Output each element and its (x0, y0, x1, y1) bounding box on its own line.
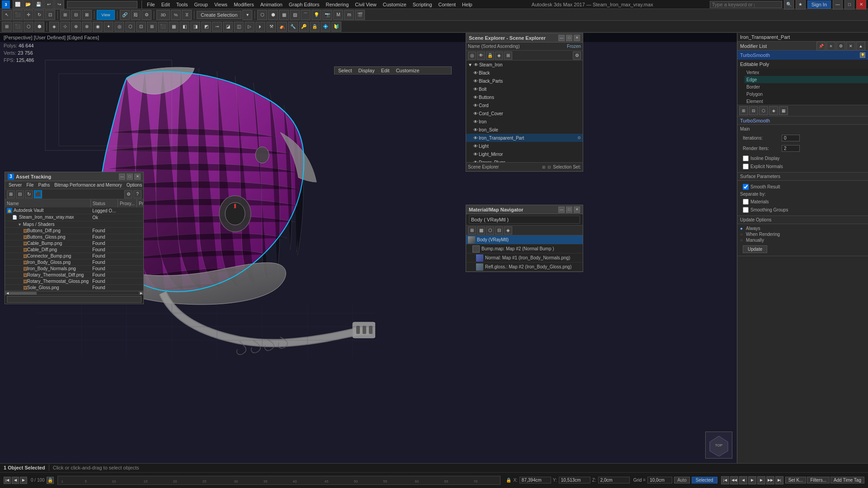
mod-del[interactable]: ✕ (846, 42, 855, 51)
anim-ctrl3[interactable]: ▶ (20, 477, 27, 484)
ts-iterations-input[interactable] (782, 135, 800, 141)
asset-menu-options[interactable]: Options (125, 182, 144, 188)
tb-link[interactable]: 🔗 (120, 10, 130, 20)
timeline-track[interactable]: 1 5 10 15 20 25 30 35 40 45 50 55 60 65 … (57, 476, 501, 485)
tb-camera[interactable]: 📷 (322, 10, 332, 20)
ts-explicit-cb[interactable] (743, 164, 749, 169)
tb-mirror[interactable]: ⧖ (182, 10, 192, 20)
st-31[interactable]: 🔰 (331, 22, 341, 32)
menu-views[interactable]: Views (212, 1, 230, 8)
tb-ribbon[interactable]: ▨ (290, 10, 300, 20)
tb-align[interactable]: ⬡ (257, 10, 267, 20)
tb-select2[interactable]: ⬛ (13, 10, 23, 20)
at-tb2[interactable]: ⊟ (16, 190, 24, 198)
ts-isoline-cb[interactable] (743, 155, 749, 161)
pb-next-frame[interactable]: ▶ (757, 476, 765, 484)
menu-content[interactable]: Content (436, 1, 459, 8)
table-row-file[interactable]: 📄Steam_Iron_max_vray.max Ok (5, 214, 143, 221)
st-29[interactable]: 🔒 (310, 22, 320, 32)
scene-item-cord[interactable]: 👁 Cord (466, 101, 583, 109)
tb-scale[interactable]: ⊡ (45, 10, 55, 20)
st-26[interactable]: ⛺ (277, 22, 287, 32)
st-19[interactable]: ◩ (201, 22, 211, 32)
search-btn[interactable]: 🔍 (784, 0, 794, 9)
st-8[interactable]: ⊗ (82, 22, 92, 32)
st-12[interactable]: ⬡ (125, 22, 135, 32)
st-1[interactable]: ⊞ (2, 22, 12, 32)
scroll-left-btn[interactable]: ◀ (5, 291, 9, 295)
st-23[interactable]: ▷ (245, 22, 255, 32)
uo-update-btn[interactable]: Update (743, 245, 767, 253)
st-30[interactable]: 💠 (321, 22, 330, 32)
sub-vertex[interactable]: Vertex (745, 69, 868, 76)
uo-rendering-radio[interactable] (740, 232, 744, 237)
new-btn[interactable]: ⬜ (13, 0, 23, 9)
scene-minimize[interactable]: — (558, 35, 565, 41)
tb-bind[interactable]: ⚙ (142, 10, 151, 20)
nav-cube[interactable]: TOP (705, 432, 732, 459)
workspace-selector[interactable]: Workspace: Default (67, 1, 137, 8)
anim-ctrl2[interactable]: ◀ (12, 477, 19, 484)
at-tb1[interactable]: ⊞ (7, 190, 15, 198)
redo-btn[interactable]: ↪ (54, 0, 64, 9)
table-row-rotary-diff[interactable]: 🖼Rotary_Thermostat_Diff.png Found (5, 272, 143, 278)
st-28[interactable]: 🔑 (299, 22, 309, 32)
st-15[interactable]: ⬛ (158, 22, 168, 32)
mat-item-bump[interactable]: Bump.map: Map #2 (Normal Bump ) (466, 244, 583, 253)
sub-edge[interactable]: Edge (745, 76, 868, 83)
scene-menu-customize[interactable]: Customize (394, 67, 421, 74)
scene-close[interactable]: ✕ (574, 35, 580, 41)
table-row-btn-diff[interactable]: 🖼Buttons_Diff.png Found (5, 227, 143, 234)
filters-btn[interactable]: Filters... (807, 477, 830, 483)
scene-item-light-mirror[interactable]: 👁 Light_Mirror (466, 150, 583, 158)
scene-tb2[interactable]: 👁 (477, 52, 485, 60)
st-14[interactable]: ⊞ (147, 22, 157, 32)
menu-animation[interactable]: Animation (258, 1, 285, 8)
minimize-btn[interactable]: — (833, 0, 843, 9)
pb-play[interactable]: ▶ (748, 476, 756, 484)
scene-item-iron-sole[interactable]: 👁 Iron_Sole (466, 126, 583, 134)
mod-editable-poly[interactable]: Editable Poly (737, 60, 868, 69)
menu-civil-view[interactable]: Civil View (352, 1, 379, 8)
menu-group[interactable]: Group (191, 1, 211, 8)
set-key-btn[interactable]: Set K... (785, 477, 807, 483)
uo-manually-radio[interactable] (740, 238, 744, 243)
sign-in-btn[interactable]: Sign In (807, 0, 831, 9)
tb-rotate[interactable]: ↻ (34, 10, 44, 20)
scene-menu-select[interactable]: Select (336, 67, 354, 74)
st-24[interactable]: ⏵ (255, 22, 265, 32)
maximize-btn[interactable]: □ (844, 0, 854, 9)
pb-end[interactable]: ▶| (775, 476, 783, 484)
sp-smooth-cb[interactable] (743, 184, 749, 190)
scene-item-black-parts[interactable]: 👁 Black_Parts (466, 77, 583, 85)
sp-materials-cb[interactable] (743, 199, 749, 205)
mod-config[interactable]: ⚙ (836, 42, 845, 51)
mod-light-bulb[interactable]: 💡 (860, 52, 865, 58)
pb-prev[interactable]: ◀◀ (730, 476, 738, 484)
st-11[interactable]: ◎ (114, 22, 124, 32)
asset-minimize[interactable]: — (119, 174, 125, 180)
mat-tb2[interactable]: ▦ (477, 226, 485, 235)
tb-move[interactable]: ✛ (24, 10, 33, 20)
mod-ic1[interactable]: ⊞ (739, 106, 748, 115)
scene-tb5[interactable]: ⊞ (504, 52, 512, 60)
tb-percent[interactable]: % (171, 10, 181, 20)
scene-item-power-plugs[interactable]: 👁 Power_Plugs (466, 158, 583, 162)
st-18[interactable]: ◨ (190, 22, 200, 32)
at-tb5[interactable]: ⚙ (124, 190, 132, 198)
st-4[interactable]: ⬢ (34, 22, 44, 32)
tb-cs-dropdown[interactable]: ▾ (242, 10, 252, 20)
st-20[interactable]: ⊸ (212, 22, 222, 32)
scene-item-steamiron[interactable]: ▼ 👁 Steam_Iron (466, 61, 583, 69)
close-btn[interactable]: ✕ (856, 0, 866, 9)
mat-item-gloss[interactable]: Refl.gloss.: Map #2 (Iron_Body_Gloss.png… (466, 263, 583, 272)
save-btn[interactable]: 💾 (33, 0, 43, 9)
menu-modifiers[interactable]: Modifiers (231, 1, 257, 8)
uo-always-radio[interactable] (740, 226, 744, 231)
mod-pin[interactable]: 📌 (816, 42, 826, 51)
menu-edit[interactable]: Edit (159, 1, 173, 8)
tb-3d[interactable]: 3D (156, 10, 170, 20)
update-options-header[interactable]: Update Options (737, 216, 868, 224)
mat-item-normal[interactable]: Normal: Map #1 (Iron_Body_Normals.png) (466, 253, 583, 263)
st-13[interactable]: ⊡ (136, 22, 146, 32)
